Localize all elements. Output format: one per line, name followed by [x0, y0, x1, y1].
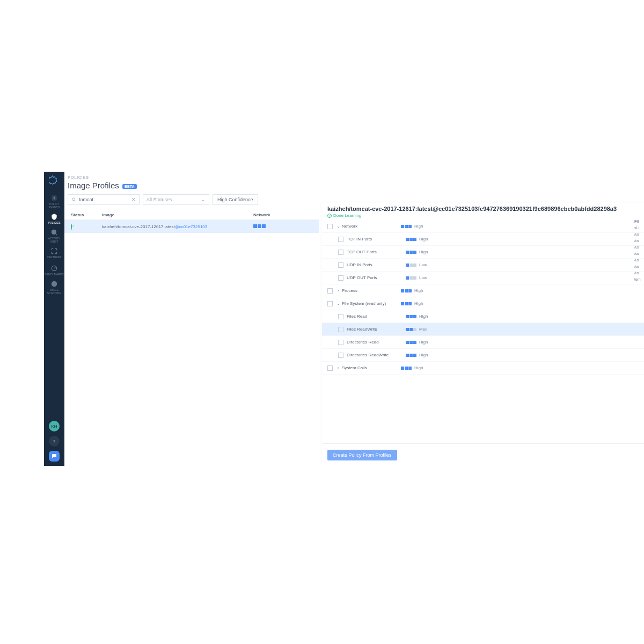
profile-row-label: UDP OUT Ports [347, 275, 406, 280]
nav-item-benchmarks[interactable]: BENCHMARKS [44, 262, 64, 278]
profile-row-label: Directories ReadWrite [347, 353, 406, 357]
expand-caret-icon[interactable]: ⌄ [336, 224, 340, 229]
row-checkbox[interactable] [327, 288, 333, 294]
nav-item-policies[interactable]: POLICIES [44, 210, 64, 226]
svg-point-6 [53, 283, 55, 285]
clear-search-icon[interactable]: ✕ [131, 197, 136, 202]
profile-row[interactable]: ⌄NetworkHigh [322, 220, 644, 233]
expand-caret-icon[interactable]: › [336, 288, 340, 293]
nav-item-label: IMAGE SCANNING [44, 288, 64, 295]
svg-point-7 [72, 198, 75, 201]
confidence-indicator: Med [406, 327, 438, 332]
profile-row[interactable]: Directories ReadWriteHigh [322, 349, 644, 362]
nav-item-label: CAPTURES [47, 255, 61, 259]
confidence-indicator: High [401, 288, 433, 293]
help-icon[interactable]: ? [49, 436, 60, 447]
profile-row-label: Directories Read [347, 340, 406, 345]
nav-item-label: POLICIES [48, 221, 60, 224]
confidence-indicator: High [401, 301, 433, 306]
network-cell [253, 224, 312, 229]
search-icon [71, 197, 77, 202]
profile-row[interactable]: ›ProcessHigh [322, 284, 644, 297]
benchmarks-icon [50, 265, 58, 272]
profile-row-label: Process [342, 288, 401, 293]
nav-item-image-scanning[interactable]: IMAGE SCANNING [44, 279, 64, 295]
profile-row[interactable]: ⌄File System (read only)High [322, 297, 644, 310]
activity-audit-icon [50, 229, 58, 236]
status-filter-dropdown[interactable]: All Statuses ⌄ [143, 194, 209, 205]
profile-row[interactable]: TCP OUT PortsHigh [322, 246, 644, 259]
file-list-column: FilsLi/us/us/us/us/us/us/ustem [634, 220, 642, 283]
profile-row-label: Network [342, 224, 401, 229]
create-policy-button[interactable]: Create Policy From Profiles [327, 450, 397, 460]
profile-row[interactable]: UDP IN PortsLow [322, 259, 644, 272]
row-checkbox[interactable] [338, 250, 343, 255]
policies-icon [50, 213, 58, 221]
table-row[interactable]: kaizheh/tomcat-cve-2017-12617:latest@cc0… [64, 220, 319, 233]
row-checkbox[interactable] [338, 275, 343, 281]
main-list-pane: POLICIES Image Profiles BETA tomcat ✕ Al… [64, 172, 319, 466]
chevron-down-icon: ⌄ [201, 197, 206, 202]
svg-point-2 [52, 230, 56, 234]
breadcrumb: POLICIES [64, 172, 319, 180]
confidence-indicator: High [406, 314, 438, 319]
profile-row[interactable]: Files ReadWriteMed [322, 323, 644, 336]
chat-icon[interactable] [49, 451, 60, 462]
col-network-header: Network [253, 213, 312, 217]
page-title-text: Image Profiles [68, 181, 119, 190]
user-avatar[interactable]: KH [49, 421, 60, 431]
profile-row[interactable]: TCP IN PortsHigh [322, 233, 644, 246]
confidence-indicator: Low [406, 275, 438, 280]
policy-events-icon [50, 194, 58, 202]
row-checkbox[interactable] [338, 237, 343, 242]
profile-row-label: TCP IN Ports [347, 237, 406, 241]
confidence-indicator: Low [406, 262, 438, 267]
expand-caret-icon[interactable]: ⌄ [336, 301, 340, 306]
svg-line-3 [55, 233, 57, 235]
row-checkbox[interactable] [327, 224, 333, 229]
confidence-indicator: High [401, 224, 433, 229]
confidence-filter[interactable]: High Confidence [213, 194, 258, 205]
nav-item-captures[interactable]: CAPTURES [44, 245, 64, 261]
search-input[interactable]: tomcat ✕ [68, 194, 140, 205]
confidence-indicator: High [406, 237, 438, 241]
captures-icon [50, 247, 58, 255]
row-checkbox[interactable] [327, 301, 333, 306]
detail-title: kaizheh/tomcat-cve-2017-12617:latest@cc0… [327, 206, 639, 212]
profile-row[interactable]: Directories ReadHigh [322, 336, 644, 349]
detail-status: Done Learning [327, 213, 639, 218]
profile-row[interactable]: UDP OUT PortsLow [322, 272, 644, 284]
confidence-indicator: High [406, 340, 438, 345]
profile-row-label: System Calls [342, 365, 401, 370]
image-cell: kaizheh/tomcat-cve-2017-12617:latest@cc0… [102, 224, 253, 229]
row-checkbox[interactable] [338, 314, 343, 319]
profile-row-label: Files ReadWrite [347, 327, 406, 332]
row-checkbox[interactable] [338, 353, 343, 358]
svg-rect-1 [54, 196, 55, 199]
profile-row[interactable]: ›System CallsHigh [322, 362, 644, 375]
col-status-header: Status [71, 213, 102, 217]
nav-item-activity-audit[interactable]: ACTIVITY AUDIT [44, 228, 64, 244]
row-checkbox[interactable] [338, 262, 343, 268]
image-scanning-icon [50, 280, 58, 288]
status-filter-label: All Statuses [147, 197, 172, 202]
row-checkbox[interactable] [338, 327, 343, 332]
row-checkbox[interactable] [338, 340, 343, 345]
status-check-icon [71, 224, 72, 230]
confidence-indicator: High [406, 250, 438, 254]
profile-table: FilsLi/us/us/us/us/us/us/ustem ⌄NetworkH… [322, 220, 644, 443]
confidence-indicator: High [406, 353, 438, 357]
detail-status-text: Done Learning [333, 213, 361, 218]
profile-row[interactable]: Files ReadHigh [322, 310, 644, 323]
status-check-icon [327, 214, 332, 218]
confidence-indicator: High [401, 365, 433, 370]
beta-badge: BETA [122, 184, 137, 189]
row-checkbox[interactable] [327, 365, 333, 371]
nav-item-policy-events[interactable]: POLICY EVENTS [44, 193, 64, 209]
expand-caret-icon[interactable]: › [336, 365, 340, 370]
nav-item-label: ACTIVITY AUDIT [44, 237, 64, 243]
table-header: Status Image Network [64, 210, 319, 220]
col-image-header: Image [102, 213, 253, 217]
nav-item-label: BENCHMARKS [45, 273, 63, 276]
profile-row-label: File System (read only) [342, 301, 401, 306]
